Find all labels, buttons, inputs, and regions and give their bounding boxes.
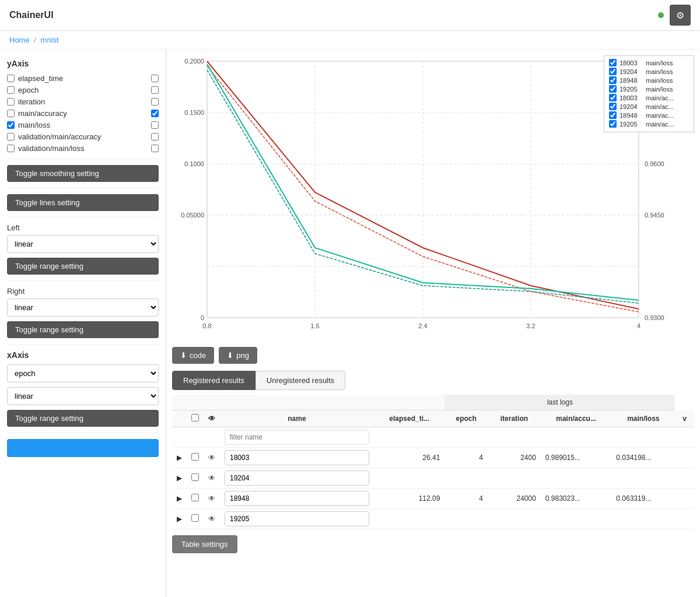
toggle-lines-button[interactable]: Toggle lines setting: [7, 194, 159, 211]
row-checkbox-18003[interactable]: [187, 448, 204, 468]
row-name-19205[interactable]: [220, 509, 374, 529]
svg-text:0.05000: 0.05000: [181, 212, 204, 219]
filter-loss: [611, 427, 675, 448]
row-eye-19204[interactable]: 👁: [204, 468, 220, 489]
row-elapsed-18948: 112.09: [374, 489, 444, 509]
row-expand-19205[interactable]: ▶: [172, 509, 187, 529]
th-accuracy: main/accu...: [541, 410, 611, 427]
toggle-range-left-button[interactable]: Toggle range setting: [7, 258, 159, 275]
row-expand-18003[interactable]: ▶: [172, 448, 187, 468]
select-all-checkbox[interactable]: [191, 414, 199, 422]
main-layout: yAxis elapsed_time epoch: [0, 50, 700, 597]
row-expand-18948[interactable]: ▶: [172, 489, 187, 509]
breadcrumb-current[interactable]: mnist: [41, 36, 59, 44]
row-eye-19205[interactable]: 👁: [204, 509, 220, 529]
png-label: png: [236, 351, 249, 360]
blue-button[interactable]: ​: [7, 439, 159, 457]
filter-name-input[interactable]: [225, 430, 369, 445]
val-accuracy-left-checkbox[interactable]: [7, 133, 15, 141]
row-name-18948[interactable]: [220, 489, 374, 509]
checkbox-row-epoch: epoch: [7, 86, 159, 94]
main-accuracy-right-checkbox[interactable]: [151, 110, 159, 117]
app-title: ChainerUI: [9, 10, 54, 20]
epoch-right-checkbox[interactable]: [151, 86, 159, 94]
legend-cb-7[interactable]: [609, 111, 617, 119]
row-eye-18948[interactable]: 👁: [204, 489, 220, 509]
row-iteration-18948: 24000: [488, 489, 541, 509]
legend-metric-2: main/loss: [646, 68, 673, 75]
th-v: v: [675, 410, 694, 427]
legend-id-7: 18948: [620, 112, 643, 119]
table-settings-button[interactable]: Table settings: [172, 535, 237, 553]
row-v-18948: [675, 489, 694, 509]
toggle-range-right-button[interactable]: Toggle range setting: [7, 321, 159, 338]
legend-cb-6[interactable]: [609, 103, 617, 110]
gear-button[interactable]: ⚙: [670, 5, 691, 26]
th-loss: main/loss: [611, 410, 675, 427]
left-scale-select[interactable]: linear log: [7, 235, 159, 253]
chart-legend: 18003 main/loss 19204 main/loss 18948 ma…: [604, 55, 694, 132]
name-input-19204[interactable]: [225, 470, 369, 486]
legend-cb-5[interactable]: [609, 94, 617, 101]
legend-cb-2[interactable]: [609, 68, 617, 75]
name-input-19205[interactable]: [225, 511, 369, 526]
legend-id-8: 19205: [620, 121, 643, 128]
row-checkbox-19205[interactable]: [187, 509, 204, 529]
row-loss-18948: 0.063319...: [611, 489, 675, 509]
divider3: [7, 217, 159, 217]
legend-cb-3[interactable]: [609, 76, 617, 84]
th-col2: [187, 410, 204, 427]
row-name-19204[interactable]: [220, 468, 374, 489]
iteration-right-checkbox[interactable]: [151, 98, 159, 106]
elapsed-time-right-checkbox[interactable]: [151, 75, 159, 82]
name-input-18948[interactable]: [225, 491, 369, 506]
val-loss-left-checkbox[interactable]: [7, 145, 15, 152]
legend-id-5: 18003: [620, 94, 643, 101]
legend-cb-1[interactable]: [609, 59, 617, 66]
sidebar: yAxis elapsed_time epoch: [0, 50, 166, 597]
row-expand-19204[interactable]: ▶: [172, 468, 187, 489]
row-checkbox-18948[interactable]: [187, 489, 204, 509]
left-axis-section: Left linear log Toggle range setting: [7, 223, 159, 275]
row-name-18003[interactable]: [220, 448, 374, 468]
main-loss-right-checkbox[interactable]: [151, 121, 159, 129]
val-accuracy-right-checkbox[interactable]: [151, 133, 159, 141]
download-code-button[interactable]: ⬇ code: [172, 347, 214, 364]
svg-text:0.8: 0.8: [202, 322, 211, 329]
xaxis-linear-select[interactable]: linear log: [7, 387, 159, 405]
toggle-smoothing-button[interactable]: Toggle smoothing setting: [7, 165, 159, 182]
val-loss-right-checkbox[interactable]: [151, 145, 159, 152]
xaxis-scale-select[interactable]: epoch iteration elapsed_time: [7, 364, 159, 382]
svg-text:0.1000: 0.1000: [184, 160, 204, 167]
tab-registered[interactable]: Registered results: [172, 371, 256, 390]
name-input-18003[interactable]: [225, 450, 369, 465]
main-loss-label: main/loss: [18, 121, 50, 129]
row-checkbox-19204[interactable]: [187, 468, 204, 489]
epoch-left-checkbox[interactable]: [7, 86, 15, 94]
filter-eye: [204, 427, 220, 448]
iteration-left-checkbox[interactable]: [7, 98, 15, 106]
th-col3: 👁: [204, 410, 220, 427]
main-accuracy-left-checkbox[interactable]: [7, 110, 15, 117]
elapsed-time-left-checkbox[interactable]: [7, 75, 15, 82]
legend-cb-8[interactable]: [609, 120, 617, 128]
yaxis-checkboxes: elapsed_time epoch iteration: [7, 74, 159, 153]
divider2: [7, 188, 159, 188]
breadcrumb-home[interactable]: Home: [9, 36, 30, 44]
tab-unregistered[interactable]: Unregistered results: [256, 371, 345, 390]
legend-cb-4[interactable]: [609, 85, 617, 93]
legend-metric-4: main/loss: [646, 86, 673, 93]
row-eye-18003[interactable]: 👁: [204, 448, 220, 468]
legend-id-6: 19204: [620, 103, 643, 110]
download-png-button[interactable]: ⬇ png: [219, 347, 257, 364]
legend-id-1: 18003: [620, 59, 643, 66]
row-loss-19204: [611, 468, 675, 489]
filter-name-cell[interactable]: [220, 427, 374, 448]
main-loss-left-checkbox[interactable]: [7, 121, 15, 129]
legend-item-3: 18948 main/loss: [609, 76, 689, 84]
toggle-range-x-button[interactable]: Toggle range setting: [7, 410, 159, 427]
row-epoch-19204: [444, 468, 488, 489]
results-table-wrapper: last logs 👁 name elapsed_ti... epoch ite…: [172, 395, 694, 529]
right-scale-select[interactable]: linear log: [7, 298, 159, 317]
row-loss-18003: 0.034198...: [611, 448, 675, 468]
